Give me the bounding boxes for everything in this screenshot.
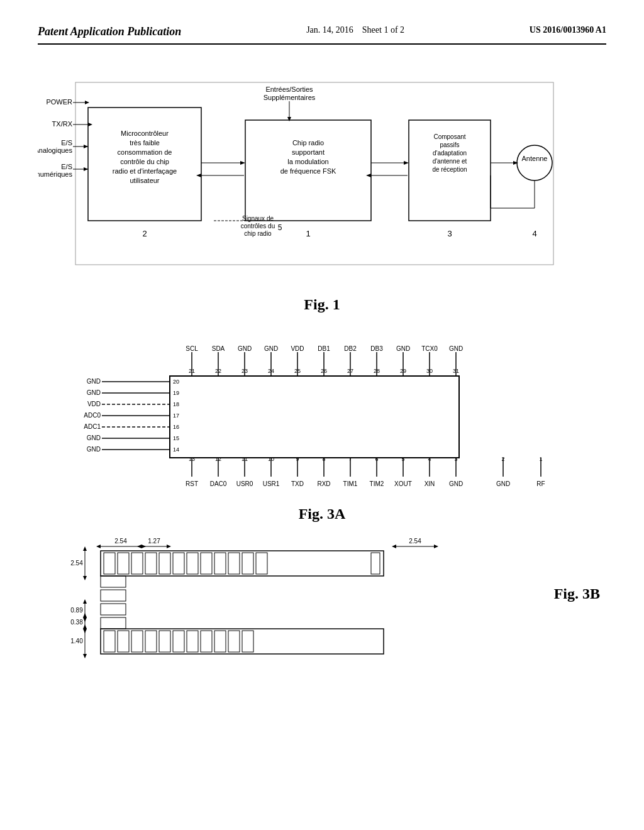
- svg-rect-202: [173, 631, 184, 652]
- svg-text:2.54: 2.54: [70, 560, 83, 567]
- fig1-caption: Fig. 1: [38, 296, 606, 313]
- page-header: Patent Application Publication Jan. 14, …: [38, 25, 606, 45]
- header-date-sheet: Jan. 14, 2016 Sheet 1 of 2: [306, 25, 404, 35]
- svg-text:USR1: USR1: [263, 480, 280, 487]
- svg-text:2.54: 2.54: [409, 538, 421, 545]
- svg-text:E/S: E/S: [61, 163, 72, 170]
- svg-text:TIM2: TIM2: [370, 480, 384, 487]
- svg-text:RST: RST: [186, 480, 198, 487]
- svg-text:E/S: E/S: [61, 139, 72, 147]
- svg-text:GND: GND: [496, 480, 510, 487]
- svg-text:19: 19: [173, 390, 179, 396]
- svg-rect-174: [201, 553, 212, 574]
- svg-text:TXD: TXD: [291, 480, 304, 487]
- svg-text:0.38: 0.38: [70, 619, 83, 626]
- svg-text:de fréquence FSK: de fréquence FSK: [280, 167, 336, 175]
- svg-text:DAC0: DAC0: [210, 480, 227, 487]
- svg-text:25: 25: [294, 368, 301, 374]
- svg-rect-167: [104, 553, 115, 574]
- svg-text:29: 29: [400, 368, 406, 374]
- svg-point-52: [517, 145, 552, 180]
- svg-marker-25: [287, 117, 291, 121]
- power-label: POWER: [46, 98, 72, 106]
- svg-marker-2: [85, 101, 89, 104]
- svg-text:chip radio: chip radio: [244, 230, 272, 237]
- svg-text:5: 5: [278, 223, 282, 232]
- svg-text:supportant: supportant: [292, 148, 325, 156]
- svg-text:1.40: 1.40: [70, 638, 83, 645]
- svg-rect-206: [228, 631, 240, 652]
- svg-text:18: 18: [173, 401, 179, 407]
- svg-rect-200: [145, 631, 157, 652]
- svg-text:2: 2: [142, 229, 147, 238]
- svg-text:la modulation: la modulation: [287, 158, 328, 165]
- svg-text:GND: GND: [87, 389, 101, 396]
- svg-text:Chip radio: Chip radio: [292, 139, 324, 147]
- svg-marker-35: [196, 174, 201, 177]
- svg-marker-163: [392, 545, 396, 548]
- svg-marker-164: [434, 545, 438, 548]
- fig1-diagram: POWER TX/RX E/S Analogiques E/S numériqu…: [38, 70, 604, 296]
- svg-marker-5: [88, 123, 92, 126]
- svg-text:GND: GND: [87, 378, 101, 385]
- svg-text:30: 30: [426, 368, 433, 374]
- svg-rect-172: [173, 553, 184, 574]
- svg-text:DB3: DB3: [370, 345, 383, 352]
- svg-marker-160: [167, 545, 171, 548]
- svg-text:Composant: Composant: [433, 133, 465, 140]
- svg-text:d'adaptation: d'adaptation: [433, 150, 467, 157]
- svg-text:GND: GND: [396, 345, 410, 352]
- svg-rect-203: [187, 631, 198, 652]
- svg-text:Supplémentaires: Supplémentaires: [264, 94, 316, 101]
- svg-marker-210: [83, 654, 87, 658]
- svg-text:consommation de: consommation de: [118, 148, 172, 156]
- svg-marker-9: [84, 145, 88, 148]
- svg-rect-175: [214, 553, 226, 574]
- svg-rect-205: [214, 631, 226, 652]
- svg-text:RXD: RXD: [317, 480, 330, 487]
- svg-text:21: 21: [189, 368, 195, 374]
- svg-rect-183: [101, 617, 126, 629]
- svg-text:Microcontrôleur: Microcontrôleur: [121, 130, 169, 137]
- svg-text:VDD: VDD: [87, 401, 101, 407]
- svg-text:0.89: 0.89: [70, 607, 83, 614]
- svg-text:ADC1: ADC1: [84, 423, 101, 430]
- svg-text:GND: GND: [264, 345, 278, 352]
- svg-rect-60: [170, 376, 459, 458]
- svg-marker-33: [240, 161, 245, 165]
- svg-rect-168: [118, 553, 129, 574]
- svg-text:très faible: très faible: [130, 139, 160, 147]
- fig3b-diagram: 2.54 1.27 2.54: [38, 535, 509, 661]
- svg-text:2.54: 2.54: [114, 538, 127, 545]
- svg-marker-185: [83, 546, 87, 551]
- svg-rect-198: [118, 631, 129, 652]
- svg-text:passifs: passifs: [440, 141, 459, 148]
- svg-rect-178: [256, 553, 267, 574]
- svg-rect-197: [104, 631, 115, 652]
- svg-text:15: 15: [173, 435, 179, 441]
- svg-text:GND: GND: [449, 345, 463, 352]
- svg-text:22: 22: [215, 368, 221, 374]
- svg-text:contrôles du: contrôles du: [241, 223, 275, 230]
- svg-text:GND: GND: [449, 480, 463, 487]
- svg-marker-13: [84, 167, 88, 171]
- svg-marker-186: [83, 576, 87, 580]
- svg-marker-155: [96, 545, 101, 548]
- svg-rect-179: [371, 553, 380, 574]
- fig3b-section: 2.54 1.27 2.54: [38, 535, 606, 661]
- fig3a-section: SCL 21 SDA 22 GND 23 GND 24 VDD 25 DB1 2…: [38, 326, 606, 523]
- svg-text:d'antenne et: d'antenne et: [433, 158, 467, 165]
- svg-text:TX/RX: TX/RX: [52, 120, 73, 128]
- svg-text:GND: GND: [87, 434, 101, 441]
- svg-text:14: 14: [173, 446, 179, 453]
- fig3a-caption: Fig. 3A: [38, 506, 606, 523]
- svg-text:XOUT: XOUT: [394, 480, 412, 487]
- svg-text:20: 20: [173, 379, 179, 385]
- svg-rect-171: [159, 553, 170, 574]
- svg-rect-173: [187, 553, 198, 574]
- svg-text:GND: GND: [87, 446, 101, 453]
- fig1-section: POWER TX/RX E/S Analogiques E/S numériqu…: [38, 70, 606, 313]
- publication-title: Patent Application Publication: [38, 25, 181, 38]
- fig3a-diagram: SCL 21 SDA 22 GND 23 GND 24 VDD 25 DB1 2…: [38, 326, 604, 502]
- svg-marker-159: [137, 545, 142, 548]
